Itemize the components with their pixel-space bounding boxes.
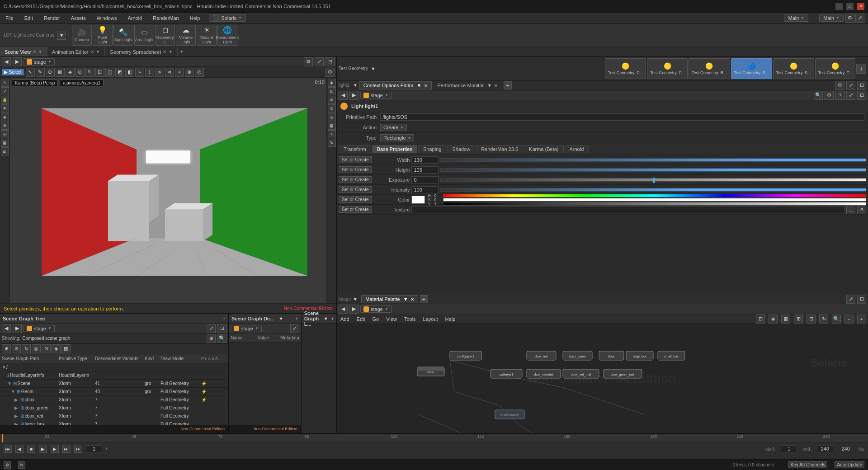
tab-base-properties[interactable]: Base Properties bbox=[372, 145, 417, 153]
value-intensity[interactable] bbox=[411, 186, 439, 193]
sgl-add[interactable]: + bbox=[331, 316, 334, 321]
set-create-width[interactable]: Set or Create bbox=[339, 156, 372, 163]
slider-exposure[interactable] bbox=[440, 178, 866, 182]
action-dropdown[interactable]: Create ▼ bbox=[380, 124, 407, 131]
sgt-expand[interactable]: ⤢ bbox=[207, 324, 216, 333]
vp-tools-btn[interactable]: ⚙ bbox=[304, 57, 313, 66]
test-geo-tab-s1[interactable]: 🔵 Test Geometry: S... bbox=[731, 58, 772, 79]
tool-14[interactable]: ⊳ bbox=[155, 68, 164, 77]
lt-2[interactable]: ⤢ bbox=[1, 87, 9, 95]
hue-bar[interactable] bbox=[443, 194, 866, 197]
tl-next-frame[interactable]: ▶ bbox=[51, 445, 59, 453]
expand-cbox-green[interactable]: ▶ bbox=[14, 405, 19, 410]
tool-9[interactable]: ◫ bbox=[105, 68, 114, 77]
sgt-filter[interactable]: ⊕ bbox=[207, 334, 216, 343]
tl-next-key[interactable]: ⏭ bbox=[62, 445, 71, 453]
sgt-t1[interactable]: ⊕ bbox=[2, 344, 11, 353]
scene-view-dd[interactable]: ▼ bbox=[38, 49, 42, 54]
set-create-exposure[interactable]: Set or Create bbox=[339, 176, 372, 183]
sgt-detach[interactable]: ⊡ bbox=[217, 324, 226, 333]
ng-zoom-in[interactable]: + bbox=[857, 315, 866, 324]
tool-5[interactable]: ◈ bbox=[66, 68, 75, 77]
lt-3[interactable]: 🔒 bbox=[1, 96, 9, 104]
tool-8[interactable]: ⊡ bbox=[95, 68, 104, 77]
tab-arnold[interactable]: Arnold bbox=[565, 145, 589, 153]
test-geo-tab-c[interactable]: 🟡 Test Geometry: C... bbox=[605, 58, 646, 79]
menu-render[interactable]: Render bbox=[42, 14, 62, 22]
vp-detach-btn[interactable]: ⊡ bbox=[326, 57, 335, 66]
expand-geom[interactable]: ▼ bbox=[11, 389, 15, 394]
minimize-button[interactable]: − bbox=[835, 3, 843, 10]
test-geo-tab-s2[interactable]: 🟡 Test Geometry: S... bbox=[773, 58, 814, 79]
expand-root[interactable]: ▼ bbox=[2, 365, 6, 370]
vrt-7[interactable]: ⌖ bbox=[328, 130, 336, 138]
mat-stage[interactable]: stage ▼ bbox=[360, 306, 392, 313]
status-icon-2[interactable]: ↻ bbox=[18, 461, 25, 469]
menu-arnold[interactable]: Arnold bbox=[126, 14, 144, 22]
tree-row-cbox[interactable]: ▶ ⊞cbox Xform 7 Full Geometry ⚡ bbox=[0, 396, 228, 404]
geo-spreadsheet-dd[interactable]: ▼ bbox=[168, 49, 173, 54]
sgt-t2[interactable]: ⊗ bbox=[12, 344, 21, 353]
props-search[interactable]: 🔍 bbox=[814, 91, 823, 100]
ng-menu-edit[interactable]: Edit bbox=[355, 315, 367, 323]
set-create-texture[interactable]: Set or Create bbox=[339, 206, 372, 213]
tl-start-frame[interactable] bbox=[781, 445, 797, 452]
menu-edit[interactable]: Edit bbox=[23, 14, 35, 22]
spot-light-btn[interactable]: 🔦 Spot Light bbox=[113, 25, 133, 46]
vp-expand-btn[interactable]: ⤢ bbox=[315, 57, 324, 66]
tool-3[interactable]: ⊕ bbox=[46, 68, 55, 77]
menu-file[interactable]: File bbox=[4, 14, 15, 22]
sgd-stage[interactable]: stage ▼ bbox=[231, 325, 262, 332]
ctx-settings[interactable]: ⚙ bbox=[835, 81, 844, 90]
geometry-btn[interactable]: ◻ Geometry 5. bbox=[155, 25, 175, 46]
tab-animation-editor[interactable]: Animation Editor ✕ ▼ bbox=[47, 47, 105, 56]
slider-height[interactable] bbox=[440, 168, 866, 172]
status-icon-1[interactable]: ⚙ bbox=[4, 461, 11, 469]
main-badge-2[interactable]: Main ▼ bbox=[819, 14, 844, 22]
camera-btn[interactable]: 🎥 Camera bbox=[72, 25, 92, 46]
tl-prev-frame[interactable]: ◀ bbox=[15, 445, 24, 453]
texture-browse-btn[interactable]: ... bbox=[846, 205, 855, 214]
main-badge[interactable]: Main ▼ bbox=[784, 14, 808, 22]
mat-detach[interactable]: ⊡ bbox=[857, 295, 866, 304]
tool-6[interactable]: ⊙ bbox=[75, 68, 85, 77]
set-create-color[interactable]: Set or Create bbox=[339, 196, 372, 203]
sgt-t7[interactable]: ▦ bbox=[61, 344, 71, 353]
vrt-8[interactable]: ↻ bbox=[328, 139, 336, 147]
tool-12[interactable]: ⌁ bbox=[135, 68, 144, 77]
settings-btn[interactable]: ⚙ bbox=[845, 14, 854, 23]
value-exposure[interactable] bbox=[411, 176, 439, 183]
slider-intensity[interactable] bbox=[440, 188, 866, 192]
mat-close[interactable]: ✕ bbox=[410, 297, 414, 302]
vrt-4[interactable]: ⊙ bbox=[328, 104, 336, 113]
point-light-btn[interactable]: 💡 Point Light bbox=[93, 25, 113, 46]
vp-forward-btn[interactable]: ▶ bbox=[13, 57, 22, 66]
expand-cbox[interactable]: ▶ bbox=[14, 397, 19, 402]
vrt-1[interactable]: ◈ bbox=[328, 79, 336, 87]
props-expand[interactable]: ⤢ bbox=[846, 91, 855, 100]
test-geo-tab-t[interactable]: 🟡 Test Geometry: T... bbox=[815, 58, 855, 79]
ng-t1[interactable]: ⊡ bbox=[756, 315, 765, 324]
tool-4[interactable]: ⊠ bbox=[56, 68, 65, 77]
mat-add[interactable]: + bbox=[420, 295, 428, 303]
sgt-search[interactable]: 🔍 bbox=[217, 334, 226, 343]
ctx-dd[interactable]: ▼ bbox=[417, 83, 422, 88]
ng-menu-help[interactable]: Help bbox=[443, 315, 458, 323]
tab-scene-view[interactable]: Scene View ✕ ▼ bbox=[0, 47, 47, 56]
props-stage[interactable]: stage ▼ bbox=[360, 92, 392, 99]
scene-viewport[interactable]: Karma (Beta) Persp /cameras/camera1 0:10 bbox=[10, 78, 326, 303]
prim-path-input[interactable] bbox=[380, 113, 864, 121]
props-detach[interactable]: ⊡ bbox=[857, 91, 866, 100]
tab-shaping[interactable]: Shaping bbox=[418, 145, 446, 153]
tl-prev-key[interactable]: ⏮ bbox=[4, 445, 12, 453]
ctx-expand[interactable]: ⤢ bbox=[846, 81, 855, 90]
vrt-2[interactable]: ⊡ bbox=[328, 87, 336, 95]
sgd-add[interactable]: + bbox=[295, 316, 298, 321]
test-geo-add[interactable]: + bbox=[856, 64, 866, 74]
tab-performance-monitor[interactable]: Performance Monitor ▼ ✕ bbox=[434, 81, 502, 89]
sgt-back[interactable]: ◀ bbox=[2, 324, 11, 333]
tree-row-cbox-green[interactable]: ▶ ⊞cbox_green Xform 7 Full Geometry bbox=[0, 404, 228, 412]
sgl-dd[interactable]: ▼ bbox=[323, 316, 328, 321]
tl-stop[interactable]: ■ bbox=[27, 445, 35, 453]
env-light-btn[interactable]: 🌐 Environment Light bbox=[217, 25, 237, 46]
